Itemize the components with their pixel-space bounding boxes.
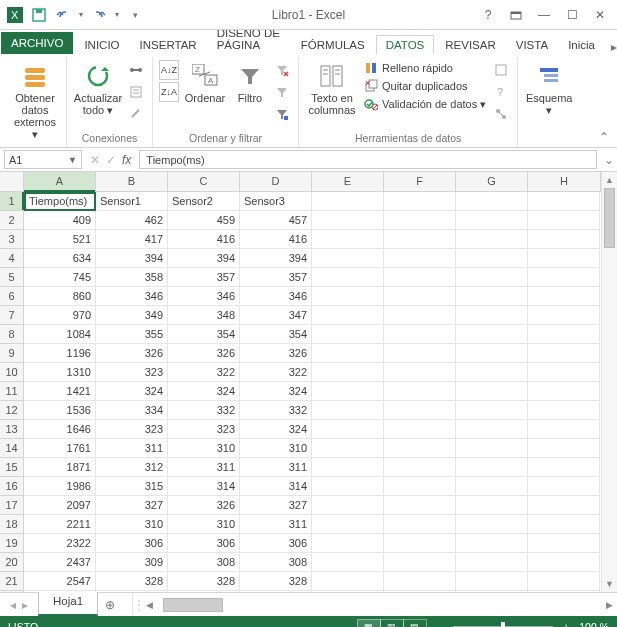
cell[interactable] (528, 192, 600, 211)
cell[interactable] (312, 534, 384, 553)
row-header-9[interactable]: 9 (0, 344, 23, 363)
cell[interactable] (312, 496, 384, 515)
tab-vista[interactable]: VISTA (507, 36, 557, 54)
cell[interactable]: 1871 (24, 458, 96, 477)
cell[interactable] (528, 363, 600, 382)
row-header-18[interactable]: 18 (0, 515, 23, 534)
cell[interactable]: 1986 (24, 477, 96, 496)
row-header-1[interactable]: 1 (0, 192, 23, 211)
cell[interactable] (528, 306, 600, 325)
cell[interactable] (456, 211, 528, 230)
cell[interactable] (384, 458, 456, 477)
cell[interactable] (528, 230, 600, 249)
cell[interactable] (384, 230, 456, 249)
cell[interactable] (312, 591, 384, 592)
cell[interactable]: 320 (240, 591, 312, 592)
cell[interactable] (312, 572, 384, 591)
col-header-F[interactable]: F (384, 172, 456, 191)
cell[interactable] (456, 287, 528, 306)
sheet-nav-prev[interactable]: ◂ (10, 598, 16, 612)
cell[interactable]: Tiempo(ms) (24, 192, 96, 211)
cell[interactable] (384, 249, 456, 268)
cell[interactable]: 1646 (24, 420, 96, 439)
cell[interactable]: 328 (96, 572, 168, 591)
row-header-10[interactable]: 10 (0, 363, 23, 382)
close-button[interactable]: ✕ (587, 4, 613, 26)
cell[interactable] (528, 591, 600, 592)
cell[interactable] (528, 268, 600, 287)
cell[interactable]: 323 (168, 420, 240, 439)
cell[interactable] (312, 401, 384, 420)
cell[interactable] (384, 439, 456, 458)
cell[interactable]: 354 (168, 325, 240, 344)
cell[interactable]: 358 (96, 268, 168, 287)
cell[interactable]: 308 (168, 553, 240, 572)
cell[interactable]: 1761 (24, 439, 96, 458)
view-page-layout[interactable]: ▥ (380, 619, 404, 627)
cell[interactable]: 324 (168, 382, 240, 401)
cell[interactable]: 634 (24, 249, 96, 268)
column-headers[interactable]: ABCDEFGH (24, 172, 601, 192)
relationships-button[interactable] (491, 104, 511, 124)
cell[interactable]: 309 (96, 553, 168, 572)
cell[interactable]: 328 (168, 572, 240, 591)
cell[interactable] (384, 591, 456, 592)
sort-asc-button[interactable]: A↓Z (159, 60, 179, 80)
cell[interactable]: 860 (24, 287, 96, 306)
whatif-button[interactable]: ? (491, 82, 511, 102)
cell[interactable]: 306 (240, 534, 312, 553)
cell[interactable]: 323 (96, 420, 168, 439)
view-page-break[interactable]: ▤ (403, 619, 427, 627)
zoom-level[interactable]: 100 % (579, 621, 609, 627)
cell[interactable]: Sensor1 (96, 192, 168, 211)
formula-input[interactable]: Tiempo(ms) (139, 150, 597, 169)
outline-button[interactable]: Esquema ▾ (524, 60, 574, 116)
cell[interactable]: Sensor2 (168, 192, 240, 211)
select-all-corner[interactable] (0, 172, 24, 192)
row-header-5[interactable]: 5 (0, 268, 23, 287)
text-to-columns-button[interactable]: Texto en columnas (305, 60, 359, 116)
cell[interactable]: 310 (168, 515, 240, 534)
cell[interactable]: 311 (240, 515, 312, 534)
cell[interactable]: 322 (240, 363, 312, 382)
tab-revisar[interactable]: REVISAR (436, 36, 505, 54)
cell[interactable]: 1536 (24, 401, 96, 420)
connections-button[interactable] (126, 60, 146, 80)
cell[interactable] (312, 477, 384, 496)
redo-button[interactable] (88, 4, 110, 26)
zoom-in-button[interactable]: + (563, 621, 569, 627)
view-normal[interactable]: ▦ (357, 619, 381, 627)
cell[interactable] (312, 306, 384, 325)
reapply-filter-button[interactable] (272, 82, 292, 102)
scroll-up-button[interactable]: ▲ (602, 172, 617, 188)
cells[interactable]: Tiempo(ms)Sensor1Sensor2Sensor3409462459… (24, 192, 601, 592)
cell[interactable] (528, 287, 600, 306)
cell[interactable] (312, 382, 384, 401)
cell[interactable]: 346 (168, 287, 240, 306)
cell[interactable] (312, 458, 384, 477)
hscroll-left[interactable]: ◀ (141, 600, 157, 610)
cell[interactable]: 1084 (24, 325, 96, 344)
cell[interactable] (312, 439, 384, 458)
flash-fill-button[interactable]: Relleno rápido (362, 60, 455, 76)
cell[interactable] (528, 249, 600, 268)
cell[interactable] (312, 420, 384, 439)
cell[interactable] (384, 534, 456, 553)
cell[interactable] (456, 344, 528, 363)
cell[interactable] (456, 230, 528, 249)
cell[interactable]: 311 (168, 458, 240, 477)
cell[interactable] (384, 477, 456, 496)
cell[interactable]: 348 (168, 306, 240, 325)
row-header-4[interactable]: 4 (0, 249, 23, 268)
tab-inicia[interactable]: Inicia (559, 36, 604, 54)
cell[interactable] (312, 325, 384, 344)
cell[interactable] (312, 515, 384, 534)
cell[interactable] (456, 515, 528, 534)
cell[interactable]: 394 (96, 249, 168, 268)
cell[interactable]: Sensor3 (240, 192, 312, 211)
collapse-ribbon-button[interactable]: ⌃ (599, 130, 609, 144)
row-header-11[interactable]: 11 (0, 382, 23, 401)
cell[interactable]: 2547 (24, 572, 96, 591)
cell[interactable]: 308 (240, 553, 312, 572)
cell[interactable] (384, 553, 456, 572)
